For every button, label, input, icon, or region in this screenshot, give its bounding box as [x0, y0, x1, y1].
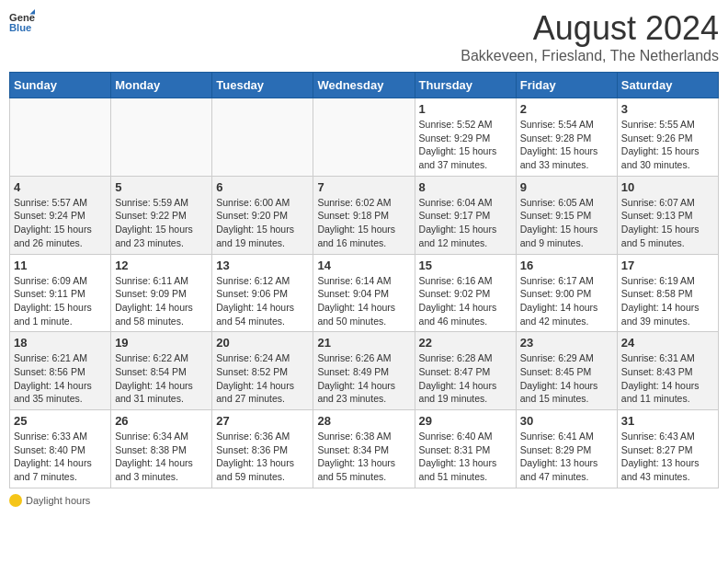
day-info: Sunrise: 6:09 AM Sunset: 9:11 PM Dayligh… [14, 274, 107, 328]
day-info: Sunrise: 6:16 AM Sunset: 9:02 PM Dayligh… [419, 274, 512, 328]
day-info: Sunrise: 5:59 AM Sunset: 9:22 PM Dayligh… [115, 196, 208, 250]
page-header: General Blue August 2024 Bakkeveen, Frie… [9, 9, 719, 64]
day-number: 4 [14, 180, 107, 194]
day-info: Sunrise: 6:41 AM Sunset: 8:29 PM Dayligh… [520, 430, 613, 484]
day-number: 6 [216, 180, 309, 194]
col-saturday: Saturday [617, 73, 718, 98]
day-info: Sunrise: 6:33 AM Sunset: 8:40 PM Dayligh… [14, 430, 107, 484]
table-row: 7Sunrise: 6:02 AM Sunset: 9:18 PM Daylig… [313, 176, 415, 254]
col-wednesday: Wednesday [313, 73, 415, 98]
col-tuesday: Tuesday [212, 73, 313, 98]
day-info: Sunrise: 5:54 AM Sunset: 9:28 PM Dayligh… [520, 118, 613, 172]
day-info: Sunrise: 6:38 AM Sunset: 8:34 PM Dayligh… [317, 430, 410, 484]
day-number: 26 [115, 414, 208, 428]
table-row: 16Sunrise: 6:17 AM Sunset: 9:00 PM Dayli… [516, 254, 617, 332]
day-number: 17 [621, 259, 714, 272]
col-monday: Monday [111, 73, 212, 98]
day-number: 11 [14, 259, 107, 272]
table-row: 6Sunrise: 6:00 AM Sunset: 9:20 PM Daylig… [212, 176, 313, 254]
day-number: 21 [317, 336, 410, 350]
day-number: 27 [216, 414, 309, 428]
day-number: 1 [419, 102, 512, 116]
daylight-legend: Daylight hours [9, 494, 90, 507]
col-friday: Friday [516, 73, 617, 98]
day-number: 29 [419, 414, 512, 428]
subtitle: Bakkeveen, Friesland, The Netherlands [461, 48, 719, 64]
day-number: 13 [216, 259, 309, 272]
svg-text:Blue: Blue [9, 22, 31, 33]
table-row [10, 98, 111, 177]
table-row: 1Sunrise: 5:52 AM Sunset: 9:29 PM Daylig… [415, 98, 516, 177]
day-number: 5 [115, 180, 208, 194]
col-thursday: Thursday [415, 73, 516, 98]
day-number: 31 [621, 414, 714, 428]
day-number: 14 [317, 259, 410, 272]
table-row: 17Sunrise: 6:19 AM Sunset: 8:58 PM Dayli… [617, 254, 718, 332]
table-row: 10Sunrise: 6:07 AM Sunset: 9:13 PM Dayli… [617, 176, 718, 254]
table-row: 24Sunrise: 6:31 AM Sunset: 8:43 PM Dayli… [617, 332, 718, 410]
table-row: 2Sunrise: 5:54 AM Sunset: 9:28 PM Daylig… [516, 98, 617, 177]
day-number: 18 [14, 336, 107, 350]
day-info: Sunrise: 6:14 AM Sunset: 9:04 PM Dayligh… [317, 274, 410, 328]
table-row: 31Sunrise: 6:43 AM Sunset: 8:27 PM Dayli… [617, 410, 718, 488]
day-number: 20 [216, 336, 309, 350]
table-row: 3Sunrise: 5:55 AM Sunset: 9:26 PM Daylig… [617, 98, 718, 177]
table-row: 27Sunrise: 6:36 AM Sunset: 8:36 PM Dayli… [212, 410, 313, 488]
table-row: 21Sunrise: 6:26 AM Sunset: 8:49 PM Dayli… [313, 332, 415, 410]
table-row: 12Sunrise: 6:11 AM Sunset: 9:09 PM Dayli… [111, 254, 212, 332]
table-row: 25Sunrise: 6:33 AM Sunset: 8:40 PM Dayli… [10, 410, 111, 488]
day-info: Sunrise: 6:11 AM Sunset: 9:09 PM Dayligh… [115, 274, 208, 328]
day-number: 22 [419, 336, 512, 350]
day-number: 3 [621, 102, 714, 116]
table-row: 30Sunrise: 6:41 AM Sunset: 8:29 PM Dayli… [516, 410, 617, 488]
day-info: Sunrise: 6:26 AM Sunset: 8:49 PM Dayligh… [317, 351, 410, 406]
calendar-week-row: 1Sunrise: 5:52 AM Sunset: 9:29 PM Daylig… [10, 98, 719, 177]
table-row: 15Sunrise: 6:16 AM Sunset: 9:02 PM Dayli… [415, 254, 516, 332]
day-info: Sunrise: 5:55 AM Sunset: 9:26 PM Dayligh… [621, 118, 714, 172]
table-row: 19Sunrise: 6:22 AM Sunset: 8:54 PM Dayli… [111, 332, 212, 410]
day-info: Sunrise: 6:17 AM Sunset: 9:00 PM Dayligh… [520, 274, 613, 328]
day-number: 10 [621, 180, 714, 194]
table-row [313, 98, 415, 177]
day-number: 19 [115, 336, 208, 350]
logo-icon: General Blue [9, 9, 35, 35]
day-info: Sunrise: 6:31 AM Sunset: 8:43 PM Dayligh… [621, 351, 714, 406]
table-row: 8Sunrise: 6:04 AM Sunset: 9:17 PM Daylig… [415, 176, 516, 254]
logo: General Blue [9, 9, 35, 35]
day-info: Sunrise: 6:04 AM Sunset: 9:17 PM Dayligh… [419, 196, 512, 250]
table-row: 29Sunrise: 6:40 AM Sunset: 8:31 PM Dayli… [415, 410, 516, 488]
daylight-label: Daylight hours [26, 495, 90, 506]
table-row: 5Sunrise: 5:59 AM Sunset: 9:22 PM Daylig… [111, 176, 212, 254]
day-info: Sunrise: 6:07 AM Sunset: 9:13 PM Dayligh… [621, 196, 714, 250]
table-row: 20Sunrise: 6:24 AM Sunset: 8:52 PM Dayli… [212, 332, 313, 410]
calendar-week-row: 4Sunrise: 5:57 AM Sunset: 9:24 PM Daylig… [10, 176, 719, 254]
table-row: 9Sunrise: 6:05 AM Sunset: 9:15 PM Daylig… [516, 176, 617, 254]
table-row: 11Sunrise: 6:09 AM Sunset: 9:11 PM Dayli… [10, 254, 111, 332]
day-info: Sunrise: 5:52 AM Sunset: 9:29 PM Dayligh… [419, 118, 512, 172]
table-row: 4Sunrise: 5:57 AM Sunset: 9:24 PM Daylig… [10, 176, 111, 254]
day-info: Sunrise: 6:22 AM Sunset: 8:54 PM Dayligh… [115, 351, 208, 406]
day-info: Sunrise: 6:43 AM Sunset: 8:27 PM Dayligh… [621, 430, 714, 484]
day-number: 25 [14, 414, 107, 428]
calendar-week-row: 18Sunrise: 6:21 AM Sunset: 8:56 PM Dayli… [10, 332, 719, 410]
day-info: Sunrise: 6:21 AM Sunset: 8:56 PM Dayligh… [14, 351, 107, 406]
day-info: Sunrise: 6:12 AM Sunset: 9:06 PM Dayligh… [216, 274, 309, 328]
table-row: 28Sunrise: 6:38 AM Sunset: 8:34 PM Dayli… [313, 410, 415, 488]
table-row: 26Sunrise: 6:34 AM Sunset: 8:38 PM Dayli… [111, 410, 212, 488]
table-row: 18Sunrise: 6:21 AM Sunset: 8:56 PM Dayli… [10, 332, 111, 410]
title-area: August 2024 Bakkeveen, Friesland, The Ne… [461, 9, 719, 64]
sun-icon [9, 494, 22, 507]
day-info: Sunrise: 6:29 AM Sunset: 8:45 PM Dayligh… [520, 351, 613, 406]
day-number: 8 [419, 180, 512, 194]
calendar-week-row: 25Sunrise: 6:33 AM Sunset: 8:40 PM Dayli… [10, 410, 719, 488]
day-info: Sunrise: 6:40 AM Sunset: 8:31 PM Dayligh… [419, 430, 512, 484]
table-row: 14Sunrise: 6:14 AM Sunset: 9:04 PM Dayli… [313, 254, 415, 332]
table-row: 13Sunrise: 6:12 AM Sunset: 9:06 PM Dayli… [212, 254, 313, 332]
day-number: 16 [520, 259, 613, 272]
day-number: 24 [621, 336, 714, 350]
day-info: Sunrise: 6:00 AM Sunset: 9:20 PM Dayligh… [216, 196, 309, 250]
table-row: 23Sunrise: 6:29 AM Sunset: 8:45 PM Dayli… [516, 332, 617, 410]
day-number: 28 [317, 414, 410, 428]
day-info: Sunrise: 5:57 AM Sunset: 9:24 PM Dayligh… [14, 196, 107, 250]
day-number: 2 [520, 102, 613, 116]
